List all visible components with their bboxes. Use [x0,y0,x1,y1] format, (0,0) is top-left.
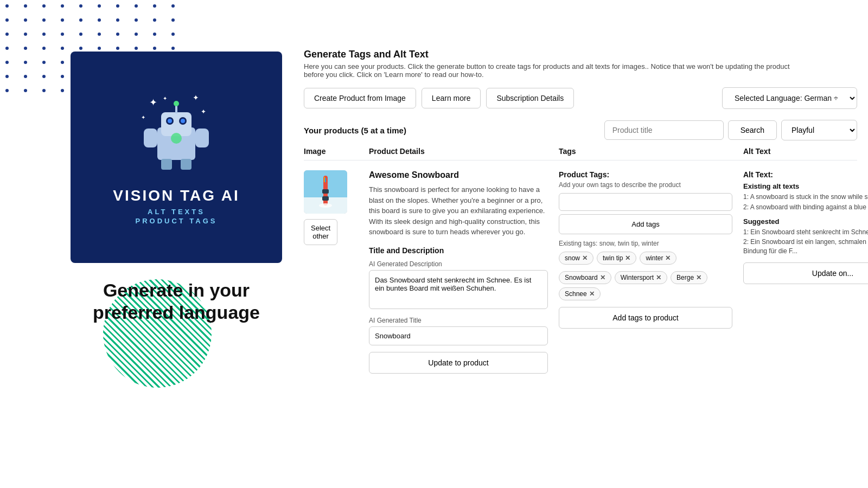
svg-rect-17 [181,159,192,170]
tag-wintersport-close[interactable]: ✕ [656,274,661,281]
svg-text:✦: ✦ [201,108,206,115]
dot [153,33,156,36]
logo-box: ✦ ✦ ✦ ✦ ✦ VISION TAG AI [71,52,282,263]
dot [5,61,9,64]
tag-snowboard: Snowboard ✕ [559,271,611,284]
dot [153,18,156,22]
dot [135,47,138,50]
tag-schnee-close[interactable]: ✕ [589,290,595,298]
alt-text-suggested-2: 2: Ein Snowboard ist ein langen, schmale… [743,237,868,256]
search-input[interactable] [604,120,724,140]
tag-twin-tip-close[interactable]: ✕ [625,254,630,262]
ai-desc-label: AI Generated Description [369,260,548,268]
dot [171,33,175,36]
tag-snow-close[interactable]: ✕ [582,254,588,262]
dot [98,47,101,50]
svg-rect-22 [324,177,325,182]
tags-input[interactable] [559,193,732,211]
tag-winter-close[interactable]: ✕ [665,254,671,262]
search-button[interactable]: Search [728,120,777,140]
tag-winter: winter ✕ [640,252,676,265]
existing-tags-label: Existing tags: snow, twin tip, winter [559,240,732,247]
title-and-desc-label: Title and Description [369,246,548,255]
col-tags: Tags [559,147,743,156]
language-select[interactable]: Selected Language: German ÷ [722,87,857,109]
col-details: Product Details [369,147,559,156]
svg-rect-24 [322,189,329,194]
add-tags-button[interactable]: Add tags [559,214,732,234]
svg-rect-25 [322,196,329,201]
tag-snowboard-close[interactable]: ✕ [600,274,605,281]
dot [116,4,119,8]
svg-rect-14 [144,129,157,147]
add-tags-to-product-button[interactable]: Add tags to product [559,307,732,329]
alt-text-existing-2: 2: A snowboard with binding against a bl… [743,203,868,212]
alt-text-existing-1: 1: A snowboard is stuck in the snow whil… [743,192,868,202]
alt-text-col: Alt Text: Existing alt texts 1: A snowbo… [743,170,868,284]
dot [5,89,9,92]
svg-rect-16 [161,159,172,170]
products-label: Your products (5 at a time) [304,126,604,135]
subscription-button[interactable]: Subscription Details [486,88,574,108]
svg-text:✦: ✦ [149,97,157,108]
dot [42,61,46,64]
dot [79,4,82,8]
existing-tags-container: snow ✕ twin tip ✕ winter ✕ [559,252,732,265]
ai-title-label: AI Generated Title [369,317,548,324]
learn-more-button[interactable]: Learn more [422,88,481,108]
dot [61,47,64,50]
dot [61,75,64,78]
create-product-button[interactable]: Create Product from Image [304,88,416,108]
ai-description-textarea[interactable] [369,270,548,309]
tag-berge-close[interactable]: ✕ [696,274,701,281]
dot [24,61,27,64]
dot [171,18,175,22]
dot [5,18,9,22]
left-panel: ✦ ✦ ✦ ✦ ✦ VISION TAG AI [71,52,282,324]
dot [24,18,27,22]
dot [116,47,119,50]
page-title: Generate Tags and Alt Text [304,49,857,60]
style-select[interactable]: Playful Professional Creative [781,120,857,140]
dot [24,47,27,50]
alt-text-title: Alt Text: [743,170,868,179]
logo-subtitle2: PRODUCT TAGS [135,217,217,225]
svg-point-12 [181,119,185,123]
update-to-product-button[interactable]: Update to product [369,352,548,374]
robot-icon: ✦ ✦ ✦ ✦ ✦ [133,89,220,176]
logo-subtitle1: ALT TEXTS [148,208,205,216]
dot [5,75,9,78]
col-alt-text: Alt Text [743,147,868,156]
dot [24,33,27,36]
product-image-col: Selectother [304,170,369,245]
products-header: Your products (5 at a time) Search Playf… [304,120,857,140]
dot [61,89,64,92]
table-header: Image Product Details Tags Alt Text [304,147,857,160]
dot [116,18,119,22]
select-other-button[interactable]: Selectother [304,219,337,245]
tags-col: Product Tags: Add your own tags to descr… [559,170,743,329]
tag-twin-tip: twin tip ✕ [597,252,636,265]
dot [135,33,138,36]
logo-title: VISION TAG AI [113,187,239,204]
dot [24,75,27,78]
suggested-alt-label: Suggested [743,217,868,226]
ai-title-input[interactable] [369,326,548,345]
dot [61,61,64,64]
tag-schnee: Schnee ✕ [559,287,601,300]
svg-point-26 [319,203,332,208]
table-row: Selectother Awesome Snowboard This snowb… [304,165,857,374]
update-on-button[interactable]: Update on... [743,262,868,284]
svg-rect-6 [161,112,192,136]
dot [61,33,64,36]
dot [98,18,101,22]
col-image: Image [304,147,369,156]
svg-point-8 [174,101,179,106]
dot [79,33,82,36]
dot [5,4,9,8]
dot [116,33,119,36]
dot [135,18,138,22]
alt-text-suggested-1: 1: Ein Snowboard steht senkrecht im Schn… [743,228,868,237]
product-name: Awesome Snowboard [369,170,548,180]
svg-text:✦: ✦ [163,95,167,101]
